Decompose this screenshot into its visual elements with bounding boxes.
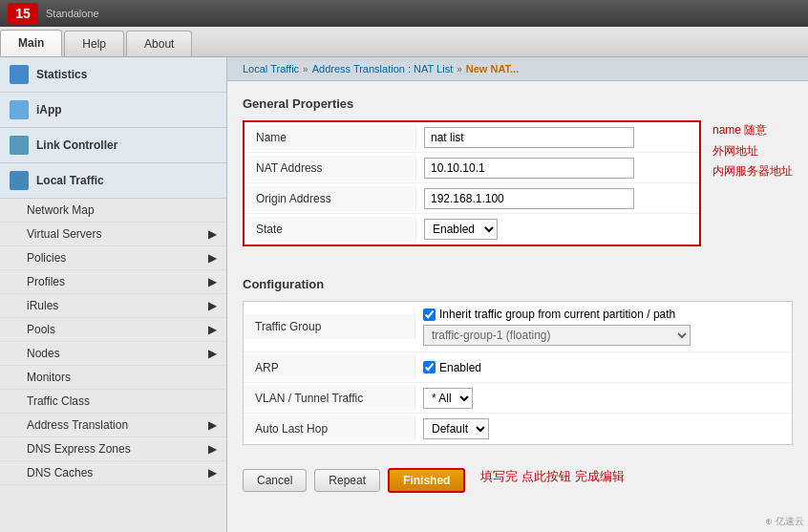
tab-about[interactable]: About: [126, 31, 192, 56]
vlan-value-cell: * All: [415, 384, 792, 413]
arrow-icon: ▶: [208, 275, 217, 288]
nat-address-row: NAT Address: [245, 153, 699, 183]
local-traffic-icon: [10, 171, 29, 190]
sidebar-subitem-pools[interactable]: Pools ▶: [0, 318, 226, 342]
arrow-icon: ▶: [208, 442, 217, 456]
content-area: Local Traffic » Address Translation : NA…: [227, 57, 808, 532]
sidebar-subitem-address-translation[interactable]: Address Translation ▶: [0, 414, 226, 437]
sidebar-subitem-dns-caches[interactable]: DNS Caches ▶: [0, 461, 226, 485]
origin-address-label: Origin Address: [245, 186, 416, 211]
vlan-select[interactable]: * All: [423, 388, 473, 409]
arp-checkbox-row: Enabled: [423, 361, 481, 374]
top-bar: 15 Standalone: [0, 0, 808, 27]
repeat-button[interactable]: Repeat: [314, 469, 380, 492]
sidebar-subitem-virtual-servers[interactable]: Virtual Servers ▶: [0, 223, 226, 246]
sidebar-item-link-controller[interactable]: Link Controller: [0, 128, 226, 163]
auto-last-hop-label: Auto Last Hop: [244, 416, 415, 441]
breadcrumb-current: New NAT...: [466, 63, 519, 74]
nat-address-label: NAT Address: [245, 156, 416, 181]
main-layout: Statistics iApp Link Controller Local Tr…: [0, 57, 808, 532]
arp-label: ARP: [244, 355, 415, 380]
arrow-icon: ▶: [208, 347, 217, 360]
name-annotation: name 随意: [712, 120, 793, 141]
standalone-label: Standalone: [46, 8, 99, 19]
vlan-row: VLAN / Tunnel Traffic * All: [244, 383, 792, 414]
breadcrumb: Local Traffic » Address Translation : NA…: [227, 57, 808, 81]
sidebar-subitem-policies[interactable]: Policies ▶: [0, 246, 226, 270]
arp-checkbox-label: Enabled: [439, 361, 481, 374]
sidebar-item-label: Local Traffic: [36, 174, 104, 187]
breadcrumb-address-translation[interactable]: Address Translation : NAT List: [312, 63, 454, 74]
tab-help[interactable]: Help: [64, 31, 124, 56]
arp-checkbox[interactable]: [423, 361, 436, 373]
watermark: ⊕ 亿速云: [765, 515, 804, 528]
link-icon: [10, 136, 29, 155]
tab-main[interactable]: Main: [0, 30, 62, 56]
sidebar-item-statistics[interactable]: Statistics: [0, 57, 226, 93]
arrow-icon: ▶: [208, 466, 217, 479]
arrow-icon: ▶: [208, 418, 217, 432]
arrow-icon: ▶: [208, 251, 217, 265]
state-select[interactable]: Enabled Disabled: [424, 219, 498, 240]
origin-annotation: 内网服务器地址: [712, 161, 793, 182]
iapp-icon: [10, 100, 29, 119]
configuration-section: Traffic Group Inherit traffic group from…: [243, 301, 793, 445]
sidebar: Statistics iApp Link Controller Local Tr…: [0, 57, 227, 532]
finished-button[interactable]: Finished: [388, 468, 465, 493]
auto-last-hop-value-cell: Default: [415, 415, 792, 443]
sidebar-subitem-nodes[interactable]: Nodes ▶: [0, 342, 226, 366]
sidebar-item-label: iApp: [36, 103, 62, 117]
sidebar-subitem-monitors[interactable]: Monitors: [0, 366, 226, 390]
arrow-icon: ▶: [208, 227, 217, 241]
traffic-group-checkbox[interactable]: [423, 309, 436, 321]
name-label: Name: [245, 125, 416, 150]
cancel-button[interactable]: Cancel: [243, 469, 307, 492]
sidebar-subitem-irules[interactable]: iRules ▶: [0, 294, 226, 318]
state-value-cell: Enabled Disabled: [416, 215, 699, 244]
sidebar-item-label: Statistics: [36, 68, 87, 81]
arp-row: ARP Enabled: [244, 352, 792, 383]
nat-address-input[interactable]: [424, 158, 634, 179]
auto-last-hop-select[interactable]: Default: [423, 418, 489, 439]
sidebar-subitem-dns-express-zones[interactable]: DNS Express Zones ▶: [0, 437, 226, 461]
traffic-group-value-cell: Inherit traffic group from current parti…: [415, 302, 792, 351]
traffic-group-checkbox-label: Inherit traffic group from current parti…: [439, 308, 675, 321]
auto-last-hop-row: Auto Last Hop Default: [244, 414, 792, 444]
general-properties-title: General Properties: [243, 96, 793, 111]
name-input[interactable]: [424, 127, 634, 148]
annotations-panel: name 随意 外网地址 内网服务器地址: [712, 120, 793, 182]
app-logo: 15: [8, 3, 38, 24]
origin-address-input[interactable]: [424, 188, 634, 209]
sidebar-subitem-traffic-class[interactable]: Traffic Class: [0, 390, 226, 414]
name-row: Name: [245, 122, 699, 153]
origin-address-value-cell: [416, 184, 699, 213]
sidebar-item-local-traffic[interactable]: Local Traffic: [0, 163, 226, 199]
sidebar-item-label: Link Controller: [36, 138, 117, 152]
traffic-group-select[interactable]: traffic-group-1 (floating): [423, 325, 691, 346]
general-properties-section: Name NAT Address Origin Address: [243, 120, 701, 246]
nat-annotation: 外网地址: [712, 141, 793, 162]
traffic-group-label: Traffic Group: [244, 314, 415, 339]
buttons-row: Cancel Repeat Finished: [243, 468, 465, 493]
sidebar-item-iapp[interactable]: iApp: [0, 93, 226, 128]
name-value-cell: [416, 123, 699, 152]
vlan-label: VLAN / Tunnel Traffic: [244, 386, 415, 411]
nav-tabs: Main Help About: [0, 27, 808, 57]
traffic-group-row: Traffic Group Inherit traffic group from…: [244, 302, 792, 352]
configuration-title: Configuration: [243, 277, 793, 291]
sidebar-subitem-network-map[interactable]: Network Map: [0, 199, 226, 223]
finished-annotation: 填写完 点此按钮 完成编辑: [480, 468, 624, 485]
stats-icon: [10, 65, 29, 84]
arrow-icon: ▶: [208, 299, 217, 312]
state-row: State Enabled Disabled: [245, 214, 699, 245]
arp-value-cell: Enabled: [415, 357, 792, 378]
state-label: State: [245, 217, 416, 242]
origin-address-row: Origin Address: [245, 183, 699, 214]
sidebar-subitem-profiles[interactable]: Profiles ▶: [0, 270, 226, 294]
arrow-icon: ▶: [208, 323, 217, 336]
nat-address-value-cell: [416, 154, 699, 182]
form-area: General Properties Name NAT Address: [227, 81, 808, 508]
traffic-group-checkbox-row: Inherit traffic group from current parti…: [423, 308, 675, 321]
breadcrumb-local-traffic[interactable]: Local Traffic: [243, 63, 299, 74]
